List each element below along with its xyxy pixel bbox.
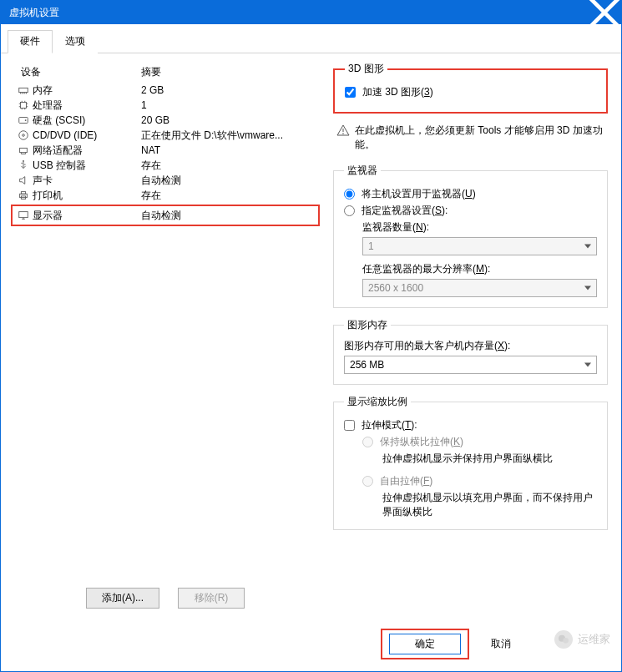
legend-scale: 显示缩放比例 xyxy=(344,395,411,409)
add-device-button[interactable]: 添加(A)... xyxy=(86,588,159,609)
device-row-processor[interactable]: 处理器 1 xyxy=(11,98,320,113)
device-name: USB 控制器 xyxy=(33,159,86,173)
watermark-text: 运维家 xyxy=(578,632,610,647)
desc-keep-ratio: 拉伸虚拟机显示并保持用户界面纵横比 xyxy=(382,452,597,466)
header-device: 设备 xyxy=(16,65,141,79)
device-summary: 2 GB xyxy=(141,84,315,96)
device-name: 声卡 xyxy=(33,174,53,188)
checkbox-accel-3d[interactable] xyxy=(345,87,356,98)
svg-rect-1 xyxy=(21,103,27,109)
device-name: CD/DVD (IDE) xyxy=(33,129,97,141)
radio-specify[interactable] xyxy=(344,205,355,216)
tab-options[interactable]: 选项 xyxy=(53,30,98,53)
device-buttons: 添加(A)... 移除(R) xyxy=(11,581,320,619)
label-keep-ratio: 保持纵横比拉伸(K) xyxy=(380,435,463,449)
device-summary: 自动检测 xyxy=(141,209,315,223)
svg-point-12 xyxy=(342,133,344,134)
disc-icon xyxy=(18,129,29,141)
label-use-host: 将主机设置用于监视器(U) xyxy=(362,187,476,201)
device-row-memory[interactable]: 内存 2 GB xyxy=(11,83,320,98)
device-name: 硬盘 (SCSI) xyxy=(33,114,85,128)
device-row-harddisk[interactable]: 硬盘 (SCSI) 20 GB xyxy=(11,113,320,128)
device-name: 处理器 xyxy=(33,99,63,113)
legend-monitors: 监视器 xyxy=(344,164,381,178)
legend-3d: 3D 图形 xyxy=(345,62,387,76)
group-display-scaling: 显示缩放比例 拉伸模式(T): 保持纵横比拉伸(K) 拉伸虚拟机显示并保持用户界… xyxy=(333,395,608,530)
vm-settings-window: 虚拟机设置 硬件 选项 设备 摘要 内存 2 GB xyxy=(0,0,622,672)
svg-rect-6 xyxy=(20,148,28,152)
device-name: 内存 xyxy=(33,83,53,98)
device-row-printer[interactable]: 打印机 存在 xyxy=(11,188,320,203)
device-summary: 自动检测 xyxy=(141,174,315,188)
label-monitor-count: 监视器数量(N): xyxy=(362,220,597,235)
device-summary: 存在 xyxy=(141,159,315,173)
group-3d-graphics: 3D 图形 加速 3D 图形(3) xyxy=(333,62,608,114)
svg-point-4 xyxy=(19,131,28,140)
device-summary: 存在 xyxy=(141,189,315,203)
device-list: 内存 2 GB 处理器 1 硬盘 (SCSI) 20 xyxy=(11,83,320,581)
label-specify: 指定监视器设置(S): xyxy=(362,204,448,218)
radio-use-host[interactable] xyxy=(344,189,355,200)
window-title: 虚拟机设置 xyxy=(9,6,59,20)
select-graphics-memory[interactable]: 256 MB xyxy=(344,356,597,374)
settings-panel: 3D 图形 加速 3D 图形(3) 在此虚拟机上，您必须更新 Tools 才能够… xyxy=(328,62,611,619)
select-monitor-count: 1 xyxy=(362,237,597,255)
device-row-network[interactable]: 网络适配器 NAT xyxy=(11,143,320,158)
wechat-icon xyxy=(554,630,573,649)
device-summary: 20 GB xyxy=(141,114,315,126)
select-max-resolution: 2560 x 1600 xyxy=(362,279,597,297)
tabs: 硬件 选项 xyxy=(1,24,621,53)
desc-free-stretch: 拉伸虚拟机显示以填充用户界面，而不保持用户界面纵横比 xyxy=(382,491,597,519)
dialog-body: 设备 摘要 内存 2 GB 处理器 1 xyxy=(1,53,621,619)
warning-text: 在此虚拟机上，您必须更新 Tools 才能够启用 3D 加速功能。 xyxy=(355,124,608,152)
device-name: 显示器 xyxy=(33,209,63,223)
device-name: 打印机 xyxy=(33,189,63,203)
device-row-usb[interactable]: USB 控制器 存在 xyxy=(11,158,320,173)
svg-point-5 xyxy=(23,134,25,137)
device-summary: 1 xyxy=(141,99,315,111)
usb-icon xyxy=(18,159,29,171)
device-panel: 设备 摘要 内存 2 GB 处理器 1 xyxy=(11,62,320,619)
svg-point-3 xyxy=(25,119,27,121)
watermark: 运维家 xyxy=(554,630,610,649)
memory-icon xyxy=(18,84,29,96)
dialog-buttons: 确定 取消 xyxy=(1,619,621,671)
label-max-resolution: 任意监视器的最大分辨率(M): xyxy=(362,262,597,276)
display-icon xyxy=(18,210,29,221)
device-row-sound[interactable]: 声卡 自动检测 xyxy=(11,173,320,188)
device-summary: NAT xyxy=(141,144,315,156)
ok-button[interactable]: 确定 xyxy=(389,634,461,654)
label-stretch-mode: 拉伸模式(T): xyxy=(362,418,417,432)
sound-icon xyxy=(18,174,29,186)
svg-rect-2 xyxy=(19,118,28,124)
printer-icon xyxy=(18,189,29,201)
svg-rect-9 xyxy=(21,192,25,195)
label-accel-3d: 加速 3D 图形(3) xyxy=(362,85,433,99)
device-row-cddvd[interactable]: CD/DVD (IDE) 正在使用文件 D:\软件\vmware... xyxy=(11,128,320,143)
ok-highlight: 确定 xyxy=(381,629,469,659)
svg-rect-0 xyxy=(19,88,28,92)
titlebar: 虚拟机设置 xyxy=(1,1,621,24)
checkbox-stretch-mode[interactable] xyxy=(344,420,355,431)
close-button[interactable] xyxy=(588,1,621,24)
cancel-button[interactable]: 取消 xyxy=(484,634,518,654)
hdd-icon xyxy=(18,114,29,126)
group-graphics-memory: 图形内存 图形内存可用的最大客户机内存量(X): 256 MB xyxy=(333,318,608,385)
cpu-icon xyxy=(18,99,29,111)
radio-keep-ratio xyxy=(362,437,373,447)
group-monitors: 监视器 将主机设置用于监视器(U) 指定监视器设置(S): 监视器数量(N): … xyxy=(333,164,608,308)
radio-free-stretch xyxy=(362,476,373,487)
network-icon xyxy=(18,144,29,156)
device-row-display[interactable]: 显示器 自动检测 xyxy=(11,205,320,226)
device-summary: 正在使用文件 D:\软件\vmware... xyxy=(141,129,315,143)
label-free-stretch: 自由拉伸(F) xyxy=(380,474,432,488)
device-name: 网络适配器 xyxy=(33,144,83,158)
svg-point-14 xyxy=(563,638,569,644)
tab-hardware[interactable]: 硬件 xyxy=(8,30,53,53)
svg-point-7 xyxy=(23,160,24,162)
device-table-header: 设备 摘要 xyxy=(11,62,320,83)
warning-icon xyxy=(336,124,350,137)
header-summary: 摘要 xyxy=(141,65,315,79)
legend-gmem: 图形内存 xyxy=(344,318,391,332)
label-gmem: 图形内存可用的最大客户机内存量(X): xyxy=(344,339,597,353)
